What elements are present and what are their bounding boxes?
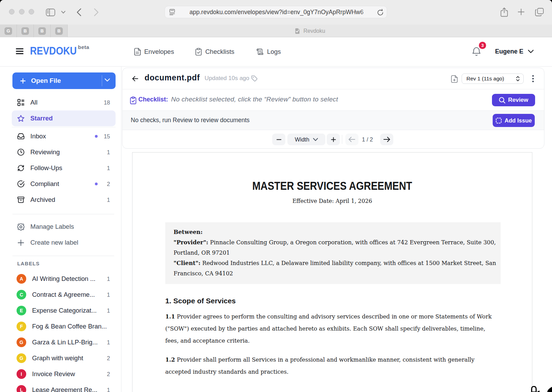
window-close-button[interactable] xyxy=(9,9,14,14)
label-item[interactable]: G Garza & Lin LLP-Brig... 1 xyxy=(12,334,116,350)
add-issue-button[interactable]: Add Issue xyxy=(493,114,535,127)
create-label-button[interactable]: Create new label xyxy=(12,235,116,251)
document-header-row: document.pdf Updated 10s ago Rev 1 (11s … xyxy=(122,68,544,89)
sidebar-toggle-icon[interactable] xyxy=(46,9,55,16)
sidebar-item-archived[interactable]: Archived 1 xyxy=(12,192,116,208)
tab-favicon-icon xyxy=(294,28,300,34)
next-page-button[interactable] xyxy=(380,134,393,145)
fit-mode-select[interactable]: Width xyxy=(287,134,325,145)
label-name: Graph with weight xyxy=(32,354,83,362)
sidebar-item-count: 15 xyxy=(104,133,110,140)
window-minimize-button[interactable] xyxy=(19,9,24,14)
label-avatar: G xyxy=(17,353,26,363)
label-count: 2 xyxy=(107,355,110,362)
new-tab-icon[interactable] xyxy=(518,9,524,15)
label-item[interactable]: C Contract & Agreeme... 1 xyxy=(12,287,116,303)
pinned-tab-favicon: G xyxy=(4,27,12,35)
page-format-icon[interactable] xyxy=(169,9,175,15)
pdf-paragraph-1-1: 1.1 Provider agrees to perform the consu… xyxy=(165,311,500,347)
label-item[interactable]: F Fog & Bean Coffee Bran... xyxy=(12,318,116,334)
open-file-label: Open File xyxy=(31,77,61,85)
user-menu[interactable]: Eugene E xyxy=(495,47,534,56)
back-button[interactable] xyxy=(77,8,81,16)
zoom-in-button[interactable] xyxy=(327,134,340,145)
notification-badge: 3 xyxy=(479,42,486,49)
file-plus-icon[interactable] xyxy=(451,75,458,82)
back-arrow-button[interactable] xyxy=(132,75,138,82)
pdf-clause-text: Provider agrees to perform the consultin… xyxy=(165,313,492,344)
label-avatar: I xyxy=(17,369,26,379)
open-file-chevron-icon xyxy=(105,78,110,82)
minus-icon xyxy=(276,137,282,142)
previous-page-button[interactable] xyxy=(345,134,358,145)
zoom-out-button[interactable] xyxy=(272,134,285,145)
toolbar-divider xyxy=(342,135,342,144)
label-count: 2 xyxy=(107,371,110,378)
active-tab[interactable]: Revdoku xyxy=(68,24,552,37)
unread-dot xyxy=(95,135,98,138)
pinned-tab-3[interactable]: B xyxy=(34,24,51,37)
sidebar-item-inbox[interactable]: Inbox 15 xyxy=(12,128,116,144)
menu-icon[interactable] xyxy=(16,48,23,54)
label-name: Contract & Agreeme... xyxy=(32,291,95,298)
more-options-button[interactable] xyxy=(530,75,536,83)
sidebar-item-all[interactable]: All 18 xyxy=(12,95,116,110)
pinned-tab-2[interactable]: B xyxy=(17,24,34,37)
reload-icon[interactable] xyxy=(377,9,384,16)
nav-envelopes[interactable]: Envelopes xyxy=(134,43,174,60)
manage-labels-button[interactable]: Manage Labels xyxy=(12,219,116,235)
label-count: 1 xyxy=(107,307,110,314)
pinned-tab-favicon: B xyxy=(38,27,46,35)
star-icon xyxy=(17,115,24,122)
bell-icon xyxy=(472,47,481,56)
pdf-provider-label: "Provider": xyxy=(174,239,208,246)
label-avatar: L xyxy=(17,385,26,392)
label-item[interactable]: E Expense Categorizat... 1 xyxy=(12,303,116,318)
nav-logs[interactable]: Logs xyxy=(256,43,281,60)
pdf-page[interactable]: MASTER SERVICES AGREEMENT Effective Date… xyxy=(132,152,532,392)
label-item[interactable]: L Lease Agreement Re... 1 xyxy=(12,382,116,392)
label-avatar: C xyxy=(17,290,26,300)
address-bar[interactable]: app.revdoku.com/envelopes/view?id=env_0g… xyxy=(165,6,387,18)
tag-icon[interactable] xyxy=(251,75,258,82)
tab-overview-icon[interactable] xyxy=(535,8,544,16)
label-avatar: F xyxy=(17,322,26,331)
document-viewer: MASTER SERVICES AGREEMENT Effective Date… xyxy=(122,149,552,392)
add-issue-label: Add Issue xyxy=(505,117,532,124)
revision-value: Rev 1 (11s ago) xyxy=(466,76,504,82)
share-icon[interactable] xyxy=(501,8,508,17)
window-zoom-button[interactable] xyxy=(29,9,34,14)
sidebar-item-starred[interactable]: Starred xyxy=(12,110,116,126)
sidebar-chevron-icon[interactable] xyxy=(61,11,66,14)
arrow-left-icon xyxy=(132,75,138,82)
label-item[interactable]: I Invoice Review 2 xyxy=(12,366,116,382)
pdf-parties-box: Between: "Provider": Pinnacle Consulting… xyxy=(165,222,501,284)
nav-checklists[interactable]: Checklists xyxy=(195,43,234,60)
fit-mode-value: Width xyxy=(295,136,309,143)
label-name: AI Writing Detection ... xyxy=(32,275,96,283)
sidebar-item-count: 1 xyxy=(107,149,110,156)
document-updated: Updated 10s ago xyxy=(205,75,249,82)
sidebar-item-compliant[interactable]: Compliant 2 xyxy=(12,176,116,192)
review-label: Review xyxy=(508,97,529,104)
pinned-tab-1[interactable]: G xyxy=(0,24,17,37)
sidebar-item-count: 1 xyxy=(107,165,110,172)
revision-select[interactable]: Rev 1 (11s ago) xyxy=(462,74,524,84)
pinned-tab-favicon: B xyxy=(55,27,63,35)
sidebar-item-label: Archived xyxy=(30,196,55,204)
label-item[interactable]: A AI Writing Detection ... 1 xyxy=(12,271,116,287)
sidebar-item-reviewing[interactable]: Reviewing 1 xyxy=(12,144,116,160)
label-item[interactable]: G Graph with weight 2 xyxy=(12,350,116,366)
arrow-right-icon xyxy=(383,137,390,142)
forward-button[interactable] xyxy=(94,8,99,16)
review-button[interactable]: Review xyxy=(492,94,535,106)
plus-icon xyxy=(331,137,336,142)
open-file-button[interactable]: Open File xyxy=(12,72,116,89)
nav-label: Envelopes xyxy=(144,48,174,56)
pinned-tab-4[interactable]: B xyxy=(51,24,68,37)
pdf-between-label: Between: xyxy=(174,229,203,235)
sidebar-divider xyxy=(12,256,114,256)
plus-icon xyxy=(20,78,26,84)
sidebar-item-followups[interactable]: Follow-Ups 1 xyxy=(12,160,116,176)
app-logo[interactable]: REVDOKUbeta xyxy=(30,45,85,56)
